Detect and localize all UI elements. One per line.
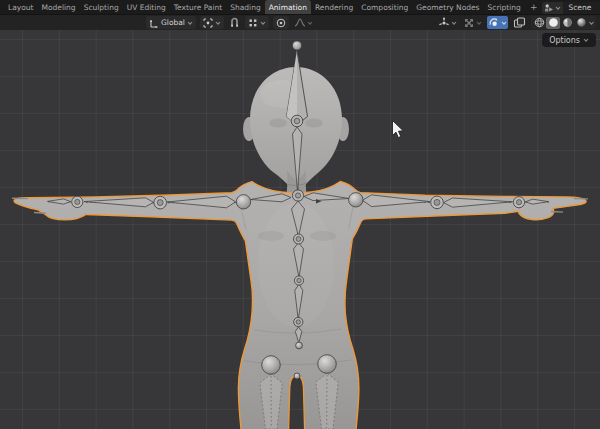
spine-mid-ring[interactable] [294,276,303,285]
snap-target-icon [248,18,258,28]
tab-modeling[interactable]: Modeling [38,0,80,14]
proportional-falloff-dropdown[interactable] [293,16,314,29]
shading-rendered-button[interactable] [574,17,588,29]
tab-rendering[interactable]: Rendering [311,0,357,14]
eye-socket-right [305,119,323,128]
scene-icon [544,3,554,13]
chevron-down-icon [260,19,266,27]
chevron-down-icon [307,19,313,27]
viewport-header: Global [0,15,600,30]
shoulder-right-ball[interactable] [349,193,363,207]
crotch-ball[interactable] [294,373,300,379]
viewport-canvas[interactable]: Options [0,30,600,429]
options-label: Options [549,36,580,45]
tab-compositing[interactable]: Compositing [357,0,412,14]
add-workspace-button[interactable]: + [525,0,543,14]
blender-window: Layout Modeling Sculpting UV Editing Tex… [0,0,600,429]
scene-render [0,30,600,429]
tab-uv-editing[interactable]: UV Editing [123,0,170,14]
scene-name-label: Scene [568,3,591,12]
rendered-shading-icon [576,17,587,28]
options-popover-button[interactable]: Options [542,33,596,47]
elbow-left-ring[interactable] [154,196,167,209]
wrist-right-ring[interactable] [513,197,524,208]
pose-xray-icon [488,17,500,29]
chevron-down-icon [187,19,193,27]
tab-sculpting[interactable]: Sculpting [80,0,123,14]
snap-target-dropdown[interactable] [245,16,269,29]
shading-material-button[interactable] [560,17,574,29]
chest-base-ring[interactable] [294,234,304,244]
hip-left-ball[interactable] [262,356,281,375]
tab-texture-paint[interactable]: Texture Paint [170,0,226,14]
overlays-icon [463,17,475,29]
pivot-point-dropdown[interactable] [200,16,224,29]
proportional-editing-toggle[interactable] [273,16,289,29]
xray-icon [513,17,526,29]
tab-animation[interactable]: Animation [265,0,311,14]
chevron-down-icon [476,19,482,27]
snap-toggle-button[interactable] [228,16,241,29]
orientation-icon [149,18,159,28]
magnet-icon [229,17,240,28]
show-gizmo-button[interactable] [437,16,458,29]
wrist-left-ring[interactable] [72,196,83,207]
chevron-down-icon [215,19,221,27]
tab-scripting[interactable]: Scripting [484,0,525,14]
orientation-value: Global [161,18,185,27]
show-overlays-button[interactable] [462,16,483,29]
gizmo-icon [438,17,450,29]
scene-browse-button[interactable] [542,2,563,14]
selection-outline-crotch [289,376,305,429]
falloff-curve-icon [294,17,306,28]
head-tip-ball[interactable] [292,41,301,50]
proportional-editing-icon [276,18,286,28]
chevron-down-icon [555,4,561,12]
thigh-bones[interactable] [260,373,339,429]
wireframe-shading-icon [534,17,545,28]
pelvis-tip-ball[interactable] [296,342,303,349]
viewport-shading-group [531,16,596,29]
chest-shadow-right [310,231,336,241]
pose-xray-toggle-button[interactable] [487,16,508,29]
tab-geometry-nodes[interactable]: Geometry Nodes [412,0,483,14]
tab-shading[interactable]: Shading [226,0,264,14]
material-preview-shading-icon [562,17,573,28]
hip-right-ball[interactable] [318,355,337,374]
toggle-xray-button[interactable] [512,16,527,29]
shading-wireframe-button[interactable] [532,17,546,29]
chevron-down-icon [501,19,507,27]
scene-name-field[interactable]: Scene [563,2,600,14]
eye-socket-left [269,119,287,128]
chevron-down-icon [583,36,589,44]
mouse-cursor [393,121,404,138]
tab-layout[interactable]: Layout [4,0,38,14]
elbow-right-ring[interactable] [431,196,444,209]
chevron-down-icon [451,19,457,27]
spine-base-ring[interactable] [294,317,303,326]
transform-orientation-dropdown[interactable]: Global [146,16,196,29]
pivot-point-icon [203,18,213,28]
head-base-ring[interactable] [291,115,303,127]
chevron-down-icon [588,19,595,27]
shading-solid-button[interactable] [546,17,560,29]
shoulder-left-ball[interactable] [236,195,250,209]
workspace-tab-bar: Layout Modeling Sculpting UV Editing Tex… [0,0,600,15]
scene-selector: Scene [542,0,600,15]
neck-base-ring[interactable] [292,190,303,201]
chest-shadow-left [258,231,284,241]
solid-shading-icon [548,17,559,28]
